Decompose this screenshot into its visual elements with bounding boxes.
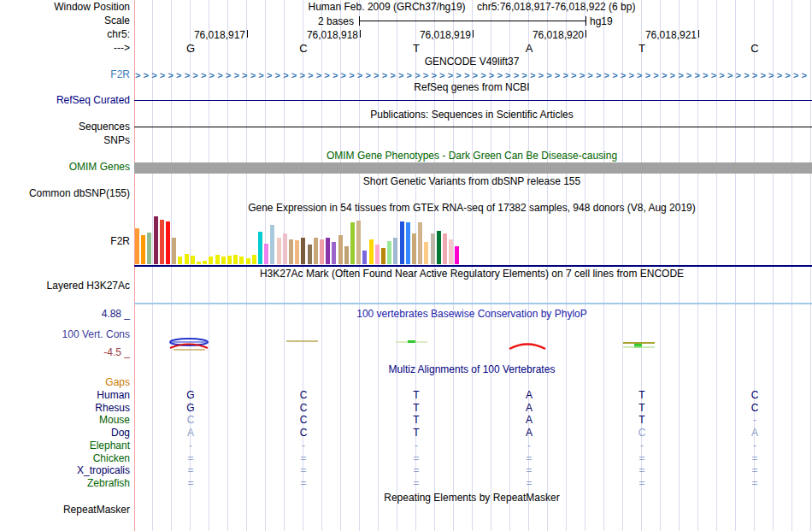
alignment-base: = [181, 453, 200, 464]
alignment-base: T [633, 415, 651, 426]
alignment-base: = [520, 465, 538, 476]
alignment-base: - [520, 440, 538, 451]
alignment-base: T [407, 403, 426, 414]
alignment-base: T [633, 403, 651, 414]
alignment-base: = [745, 453, 764, 464]
species-label-rhesus[interactable]: Rhesus [95, 403, 130, 414]
alignment-base: = [407, 453, 426, 464]
alignment-base: = [294, 453, 313, 464]
species-label-mouse[interactable]: Mouse [99, 415, 130, 426]
alignment-base: T [407, 428, 426, 439]
alignment-base: - [745, 440, 764, 451]
alignment-base: C [294, 415, 313, 426]
alignment-base: C [294, 428, 313, 439]
alignment-base: - [633, 440, 651, 451]
alignment-base: = [633, 453, 651, 464]
alignment-base: - [181, 440, 200, 451]
species-label-human[interactable]: Human [97, 390, 130, 401]
alignment-base: G [181, 390, 200, 401]
species-label-dog[interactable]: Dog [111, 428, 130, 439]
track-title-repeatmasker: Repeating Elements by RepeatMasker [134, 493, 809, 504]
species-label-chicken[interactable]: Chicken [93, 453, 130, 464]
alignment-base: A [520, 390, 538, 401]
species-label-zebrafish[interactable]: Zebrafish [87, 478, 130, 489]
alignment-base: = [745, 465, 764, 476]
alignment-base: A [520, 415, 538, 426]
alignment-base: = [407, 478, 426, 489]
species-label-x_tropicalis[interactable]: X_tropicalis [77, 465, 130, 476]
alignment-base: G [181, 403, 200, 414]
conservation-shape [509, 345, 545, 350]
alignment-base: C [745, 390, 764, 401]
genome-browser-image: Window Position Scale chr5: ---> Human F… [0, 0, 812, 531]
alignment-base: A [181, 428, 200, 439]
alignment-base: C [633, 428, 651, 439]
track-label-repeatmasker[interactable]: RepeatMasker [63, 504, 130, 516]
alignment-base: C [294, 390, 313, 401]
alignment-base: = [745, 478, 764, 489]
alignment-base: - [745, 415, 764, 426]
alignment-base: = [633, 478, 651, 489]
alignment-base: A [520, 403, 538, 414]
alignment-base: = [407, 465, 426, 476]
alignment-base: A [520, 428, 538, 439]
alignment-base: = [520, 453, 538, 464]
conservation-shape [408, 340, 415, 343]
alignment-base: = [520, 478, 538, 489]
species-label-gaps[interactable]: Gaps [105, 377, 130, 388]
alignment-base: T [407, 415, 426, 426]
alignment-base: - [407, 440, 426, 451]
track-title-multiz: Multiz Alignments of 100 Vertebrates [134, 364, 809, 375]
alignment-base: A [745, 428, 764, 439]
alignment-base: C [181, 415, 200, 426]
alignment-base: = [181, 465, 200, 476]
species-label-elephant[interactable]: Elephant [90, 440, 130, 451]
alignment-base: - [294, 440, 313, 451]
alignment-base: = [294, 465, 313, 476]
alignment-base: C [294, 403, 313, 414]
alignment-base: = [294, 478, 313, 489]
alignment-base: T [633, 390, 651, 401]
alignment-base: = [633, 465, 651, 476]
alignment-base: T [407, 390, 426, 401]
alignment-base: C [745, 403, 764, 414]
alignment-base: = [181, 478, 200, 489]
